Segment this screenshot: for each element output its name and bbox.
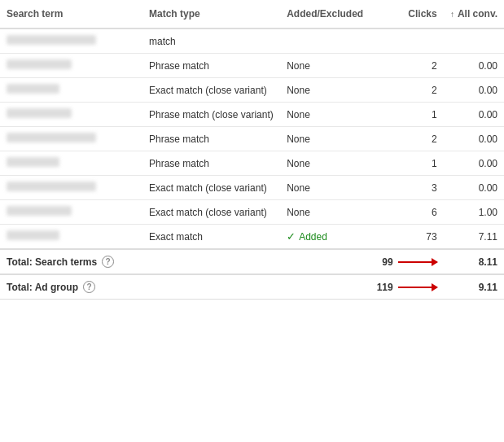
total-clicks-cell: 99 xyxy=(370,249,443,274)
match-type-cell: match xyxy=(142,28,280,54)
added-excluded-cell: None xyxy=(280,78,370,103)
table-row: match xyxy=(0,28,504,54)
added-excluded-cell: None xyxy=(280,127,370,151)
all-conv-cell: 7.11 xyxy=(444,225,504,250)
search-term-cell xyxy=(0,54,142,78)
total-clicks-value: 119 xyxy=(377,282,393,293)
table-row: Exact match (close variant)None20.00 xyxy=(0,78,504,103)
search-term-cell xyxy=(0,103,142,127)
blurred-search-term xyxy=(7,230,59,240)
search-term-cell xyxy=(0,28,142,54)
all-conv-cell: 0.00 xyxy=(444,151,504,176)
clicks-cell: 2 xyxy=(370,127,443,151)
table-row: Exact match (close variant)None61.00 xyxy=(0,200,504,225)
clicks-cell: 1 xyxy=(370,103,443,127)
table-row: Phrase matchNone10.00 xyxy=(0,151,504,176)
all-conv-cell: 1.00 xyxy=(444,200,504,225)
info-icon[interactable]: ? xyxy=(102,256,114,268)
search-term-cell xyxy=(0,176,142,200)
match-type-cell: Phrase match xyxy=(142,127,280,151)
added-excluded-cell xyxy=(280,28,370,54)
total-clicks-value: 99 xyxy=(382,256,392,268)
table-row: Exact match (close variant)None30.00 xyxy=(0,176,504,200)
table-row: Phrase match (close variant)None10.00 xyxy=(0,103,504,127)
table-row: Exact match✓Added737.11 xyxy=(0,225,504,250)
added-excluded-cell: None xyxy=(280,54,370,78)
added-excluded-cell: None xyxy=(280,103,370,127)
all-conv-cell: 0.00 xyxy=(444,176,504,200)
total-label-cell: Total: Search terms? xyxy=(0,249,370,274)
checkmark-icon: ✓ xyxy=(287,230,296,243)
total-label-text: Total: Ad group xyxy=(7,282,78,293)
info-icon[interactable]: ? xyxy=(83,281,95,293)
total-all-conv-cell: 8.11 xyxy=(444,249,504,274)
total-label-text: Total: Search terms xyxy=(7,256,97,268)
blurred-search-term xyxy=(7,35,96,45)
all-conv-cell: 0.00 xyxy=(444,78,504,103)
added-excluded-cell: None xyxy=(280,176,370,200)
search-term-cell xyxy=(0,78,142,103)
match-type-cell: Phrase match xyxy=(142,151,280,176)
header-search-term: Search term xyxy=(0,0,142,28)
total-label-cell: Total: Ad group? xyxy=(0,274,370,300)
clicks-cell: 73 xyxy=(370,225,443,250)
all-conv-cell: 0.00 xyxy=(444,103,504,127)
all-conv-cell: 0.00 xyxy=(444,54,504,78)
clicks-cell: 6 xyxy=(370,200,443,225)
match-type-cell: Phrase match (close variant) xyxy=(142,103,280,127)
blurred-search-term xyxy=(7,133,96,142)
match-type-cell: Phrase match xyxy=(142,54,280,78)
all-conv-cell xyxy=(444,28,504,54)
clicks-cell: 2 xyxy=(370,78,443,103)
clicks-cell: 1 xyxy=(370,151,443,176)
added-label: Added xyxy=(299,231,327,243)
clicks-cell: 2 xyxy=(370,54,443,78)
blurred-search-term xyxy=(7,206,72,216)
table-row: Phrase matchNone20.00 xyxy=(0,127,504,151)
header-all-conv: ↑ All conv. xyxy=(444,0,504,28)
blurred-search-term xyxy=(7,59,72,69)
total-row: Total: Ad group?1199.11 xyxy=(0,274,504,300)
blurred-search-term xyxy=(7,84,59,94)
header-match-type: Match type xyxy=(142,0,280,28)
match-type-cell: Exact match (close variant) xyxy=(142,78,280,103)
clicks-cell xyxy=(370,28,443,54)
search-term-cell xyxy=(0,200,142,225)
red-arrow-icon xyxy=(398,261,437,263)
match-type-cell: Exact match (close variant) xyxy=(142,200,280,225)
total-clicks-cell: 119 xyxy=(370,274,443,300)
header-clicks: Clicks xyxy=(370,0,443,28)
added-excluded-cell: None xyxy=(280,151,370,176)
search-term-cell xyxy=(0,225,142,250)
added-excluded-cell: None xyxy=(280,200,370,225)
all-conv-cell: 0.00 xyxy=(444,127,504,151)
search-term-cell xyxy=(0,127,142,151)
blurred-search-term xyxy=(7,182,96,191)
clicks-cell: 3 xyxy=(370,176,443,200)
red-arrow-icon xyxy=(398,287,437,288)
match-type-cell: Exact match (close variant) xyxy=(142,176,280,200)
blurred-search-term xyxy=(7,157,59,167)
header-added-excluded: Added/Excluded xyxy=(280,0,370,28)
added-excluded-cell: ✓Added xyxy=(280,225,370,250)
table-row: Phrase matchNone20.00 xyxy=(0,54,504,78)
match-type-cell: Exact match xyxy=(142,225,280,250)
blurred-search-term xyxy=(7,108,72,118)
total-all-conv-cell: 9.11 xyxy=(444,274,504,300)
total-row: Total: Search terms?998.11 xyxy=(0,249,504,274)
search-term-cell xyxy=(0,151,142,176)
sort-up-icon: ↑ xyxy=(450,10,454,19)
